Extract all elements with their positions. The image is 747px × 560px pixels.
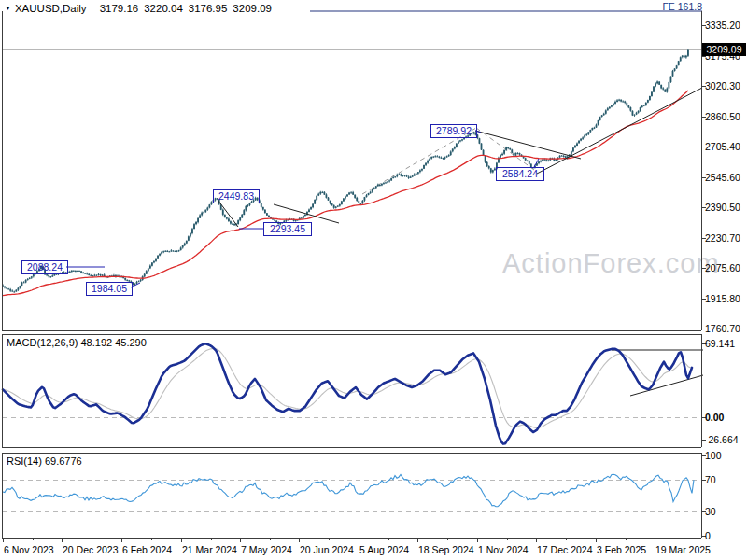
rsi-tick-label: 30 [705, 506, 746, 517]
macd-header: MACD(12,26,9) 48.192 45.290 [7, 337, 147, 348]
price-tick-label: 2545.60 [705, 172, 746, 183]
date-label: 18 Sep 2024 [418, 544, 474, 555]
trendline [274, 204, 339, 223]
price-tick-label: 3335.20 [705, 20, 746, 31]
macd-tick-label: 69.141 [705, 338, 746, 349]
date-label: 19 Mar 2025 [655, 544, 711, 555]
rsi-tick-label: 0 [705, 530, 746, 541]
swing-price-label: 2293.45 [263, 222, 312, 236]
swing-price-label: 1984.05 [86, 282, 133, 296]
fib-anchor-dashed-line [476, 128, 534, 170]
date-label: 20 Jun 2024 [300, 544, 354, 555]
date-label: 6 Nov 2023 [4, 544, 54, 555]
price-tick-label: 1915.80 [705, 293, 746, 304]
moving-average-line [3, 91, 688, 296]
macd-tick-label: 0.00 [705, 412, 746, 423]
macd-main-line [3, 344, 692, 444]
macd-tick-label: -26.664 [705, 434, 746, 445]
title-bar: ▼XAUUSD,Daily3179.163220.043176.953209.0… [5, 3, 272, 14]
swing-price-label: 2584.24 [496, 167, 544, 181]
swing-price-label: 2789.92 [430, 124, 477, 138]
price-tick-label: 3020.30 [705, 80, 746, 91]
chart-window: ActionForex.com ▼XAUUSD,Daily3179.163220… [0, 0, 747, 560]
date-label: 1 Nov 2024 [478, 544, 529, 555]
date-label: 17 Dec 2024 [537, 544, 593, 555]
swing-price-label: 2088.24 [21, 260, 68, 274]
trendline [218, 200, 238, 227]
date-label: 5 Aug 2024 [359, 544, 409, 555]
price-tick-label: 2075.60 [705, 262, 746, 273]
symbol-period-label: XAUUSD,Daily [15, 3, 87, 14]
date-label: 20 Dec 2023 [63, 544, 119, 555]
price-tick-label: 2390.50 [705, 202, 746, 213]
rsi-line [3, 474, 694, 507]
date-label: 7 May 2024 [241, 544, 292, 555]
date-label: 21 Mar 2024 [182, 544, 237, 555]
rsi-tick-label: 70 [705, 474, 746, 485]
price-tick-label: 1760.70 [705, 323, 746, 334]
price-tick-label: 2860.50 [705, 111, 746, 122]
rsi-header: RSI(14) 69.6776 [7, 455, 82, 467]
quote-low: 3176.95 [189, 3, 228, 14]
date-label: 6 Feb 2024 [122, 544, 172, 555]
chart-canvas[interactable] [0, 0, 747, 560]
quote-close: 3209.09 [233, 3, 272, 14]
rsi-tick-label: 100 [705, 450, 746, 461]
macd-signal-line [3, 349, 692, 428]
quote-open: 3179.16 [100, 3, 139, 14]
price-tick-label: 2230.70 [705, 232, 746, 244]
date-label: 3 Feb 2025 [597, 544, 646, 555]
symbol-dropdown-icon[interactable]: ▼ [5, 5, 11, 11]
fib-expansion-label: FE 161.8 [644, 1, 702, 12]
trendline [475, 131, 581, 159]
swing-price-label: 2449.83 [213, 189, 260, 203]
price-tick-label: 2705.40 [705, 141, 746, 152]
quote-high: 3220.04 [144, 3, 183, 14]
candlestick-series [2, 49, 689, 293]
price-tick-label: 3175.40 [705, 50, 746, 62]
